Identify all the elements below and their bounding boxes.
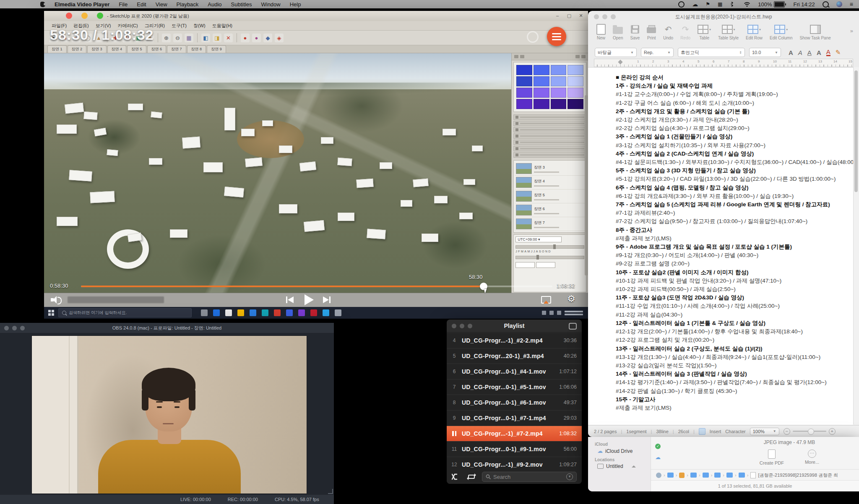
toolbar-overflow-button[interactable]: » [850,24,853,34]
playlist-row[interactable]: 11 UD_CG-Progr...0-1)_#9-1.mov 56:00 [447,441,582,457]
hwp-toolbar-save[interactable]: Save [630,24,640,40]
paragraph-style-combo[interactable]: 바탕글▼ [595,48,637,57]
sketchup-tool-icon[interactable]: ◈ [275,34,284,42]
taskbar-app-icon[interactable] [213,309,220,316]
hwp-toolbar-edit-row[interactable]: ▾Edit Row [746,24,763,40]
scene-item[interactable]: 장면 4 [515,176,585,190]
date-slider[interactable] [515,256,584,259]
sketchup-tool-icon[interactable]: ● [241,34,250,42]
menu-item[interactable]: View [156,1,167,8]
seek-bar[interactable]: 58:30 [81,286,552,287]
hwp-toolbar-open[interactable]: Open [613,24,623,40]
previous-button[interactable] [285,295,294,304]
menu-item[interactable]: Edit [137,1,146,8]
time-slider[interactable] [515,245,584,249]
window-control-button[interactable]: ▢ [565,12,573,19]
menu-item[interactable]: Help [290,1,301,8]
color-swatch[interactable] [551,76,567,86]
menu-item[interactable]: Subtitles [231,1,252,8]
sketchup-tool-icon[interactable]: ◆ [263,34,272,42]
window-control-button[interactable]: ✕ [577,12,585,19]
airplay-icon[interactable] [541,296,551,304]
rep-combo[interactable]: Rep.▼ [641,48,674,57]
playlist-row[interactable]: 4 UD_CG-Progr...-1)_#2-2.mp4 30:36 [447,333,582,348]
breadcrumb-folder-icon[interactable] [667,473,674,478]
eject-icon[interactable] [632,465,636,468]
taskbar-app-icon[interactable] [201,309,208,316]
taskbar-app-icon[interactable] [237,309,244,316]
obs-title-bar[interactable]: OBS 24.0.8 (mac) - 프로파일: Untitled - 장면: … [0,323,334,333]
tray-panel-row[interactable] [513,146,586,151]
volume-icon[interactable] [51,296,62,304]
breadcrumb-folder-icon[interactable] [690,473,697,478]
scene-item[interactable]: 장면 6 [515,203,585,217]
zoom-combo[interactable]: 100%▼ [750,428,779,435]
font-size-combo[interactable]: 10.0▼ [749,48,781,57]
sidebar-item-icloud-drive[interactable]: ☁iCloud Drive [597,448,651,454]
hwp-toolbar-print[interactable]: Print [647,24,656,40]
document-scrollbar[interactable] [853,67,859,424]
obs-status-icon[interactable] [678,1,685,8]
sketchup-tool-icon[interactable]: ⊖ [173,34,182,42]
color-swatch[interactable] [534,99,549,109]
taskbar-app-icon[interactable] [298,309,305,316]
notification-center-icon[interactable]: ≡ [850,2,853,7]
windows-search-box[interactable]: 검색하려면 여기에 입력하세요. [58,308,192,317]
close-button[interactable] [66,13,72,19]
taskbar-app-icon[interactable] [335,309,341,316]
color-swatch[interactable] [516,88,532,98]
color-swatch[interactable] [534,65,549,75]
hwp-toolbar-table-style[interactable]: ▾Table Style [718,24,739,40]
bluetooth-icon[interactable] [730,2,733,7]
shadow-time-field[interactable] [515,262,535,268]
scene-tab[interactable]: 장면 6 [147,45,167,53]
zoom-button[interactable] [97,13,103,19]
hwp-toolbar-show-task-pane[interactable]: Show Task Pane [800,24,831,40]
text-style-button[interactable]: A [807,49,812,56]
cloud-sync-icon[interactable]: ☁ [692,2,698,7]
spotlight-icon[interactable] [823,1,829,8]
scene-tab[interactable]: 장면 9 [207,45,226,53]
minimize-button[interactable] [81,13,88,19]
tray-panel-row[interactable] [513,121,586,126]
settings-gear-icon[interactable]: ⚙ [567,294,575,304]
menu-item[interactable]: Playback [177,1,199,8]
document-page[interactable]: ■ 온라인 강의 순서1주 - 강의소개 / 실습 및 재택수업 과제#1-1강… [588,67,853,425]
scene-tab[interactable]: 장면 1 [47,45,67,53]
breadcrumb-home-icon[interactable] [679,473,685,478]
playlist-row[interactable]: 10 UD_CG-Progr...-1)_#7-2.mp4 1:08:32 [447,426,582,441]
font-family-combo[interactable]: 휴먼고딕⇕ [678,48,745,57]
playlist-row[interactable]: 6 UD_CG-Progr...0-1)_#4-1.mov 1:07:12 [447,364,582,379]
sketchup-title-bar[interactable]: - SketchUp 프로 2020 (평가판 2일 남음) –▢✕ [44,11,588,21]
menu-item[interactable]: File [119,1,128,8]
hwp-toolbar-undo[interactable]: ↶Undo [663,24,673,40]
text-style-button[interactable]: A [817,49,821,56]
sketchup-menu-item[interactable]: 도구(T) [172,23,187,29]
apple-icon[interactable] [40,2,45,7]
tray-header[interactable] [512,53,588,60]
taskbar-app-icon[interactable] [310,309,317,316]
scene-tab[interactable]: 장면 7 [167,45,186,53]
breadcrumb-folder-icon[interactable] [739,473,745,478]
playlist-search-field[interactable]: Search ▾ [482,472,577,482]
scene-item[interactable]: 장면 7 [515,217,585,231]
scene-tab[interactable]: 장면 5 [127,45,146,53]
utc-select[interactable]: UTC+09:00 ▾ [515,236,562,242]
color-swatch[interactable] [551,88,567,98]
scene-item[interactable]: 장면 3 [515,162,585,176]
scene-tab[interactable]: 장면 3 [87,45,107,53]
tray-panel-row[interactable] [513,127,586,132]
playlist-row[interactable]: 8 UD_CG-Progr...0-1)_#6-1.mov 49:37 [447,395,582,410]
playlist-row[interactable]: 9 UD_CG-Progr...0-1)_#7-1.mp4 29:03 [447,410,582,426]
sketchup-tool-icon[interactable]: ✕ [224,34,233,42]
zoom-out-icon[interactable]: − [784,428,790,435]
tray-panel-row[interactable] [513,133,586,139]
highlight-pen-icon[interactable]: ✎ [836,49,841,56]
webcam-preview[interactable] [31,335,307,494]
repeat-icon[interactable] [467,473,476,480]
menu-item[interactable]: Window [261,1,280,8]
pin-overlay-icon[interactable] [527,31,539,43]
scene-tab[interactable]: 장면 4 [107,45,127,53]
color-swatch[interactable] [567,99,583,109]
scene-item[interactable]: 장면 5 [515,190,585,203]
